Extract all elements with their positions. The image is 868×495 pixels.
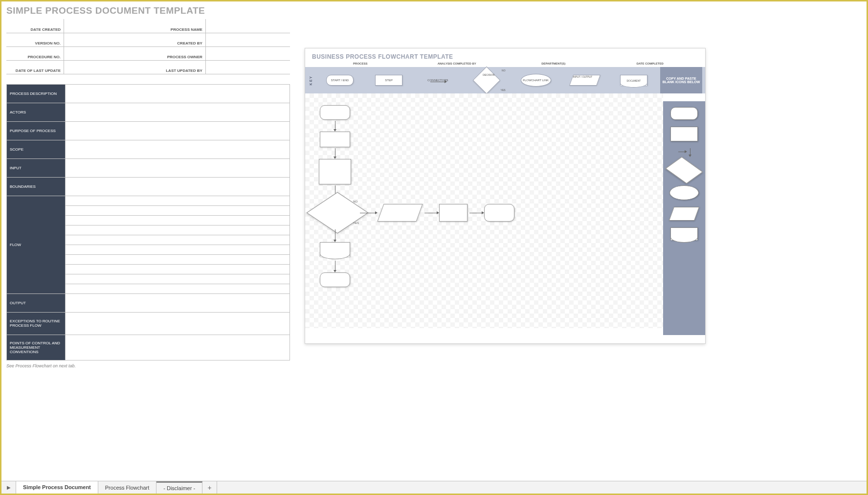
field-process-description[interactable]: [66, 84, 290, 103]
tab-simple-process-document[interactable]: Simple Process Document: [16, 481, 98, 494]
legend-decision: NO DECISION YES: [464, 70, 509, 90]
shape-palette: [663, 101, 705, 335]
palette-connectors-icon[interactable]: [678, 148, 690, 155]
field-flow-1[interactable]: [66, 196, 290, 205]
sections-table: PROCESS DESCRIPTION ACTORS PURPOSE OF PR…: [6, 84, 290, 360]
tab-nav-icon[interactable]: ▶: [1, 481, 16, 494]
label-flow: FLOW: [7, 196, 66, 293]
legend-bar: KEY START / END STEP CONNECTORS NO DECIS…: [305, 67, 705, 93]
palette-rect-icon[interactable]: [670, 127, 698, 141]
label-date-created: DATE CREATED: [6, 19, 64, 33]
legend-step: STEP: [366, 75, 411, 86]
canvas-step-4[interactable]: [484, 204, 514, 222]
canvas-start-shape[interactable]: [320, 105, 350, 120]
field-date-created[interactable]: [64, 19, 149, 33]
field-flow-2[interactable]: [66, 205, 290, 215]
legend-input-output: INPUT / OUTPUT: [562, 75, 607, 86]
canvas-arrow-h3: [469, 213, 482, 213]
field-flow-10[interactable]: [66, 284, 290, 293]
field-flow-4[interactable]: [66, 225, 290, 235]
field-input[interactable]: [66, 158, 290, 177]
field-boundaries[interactable]: [66, 177, 290, 196]
field-points[interactable]: [66, 335, 290, 360]
field-last-updated-by[interactable]: [205, 60, 290, 74]
header-departments: DEPARTMENT(S): [505, 62, 602, 65]
document-title: SIMPLE PROCESS DOCUMENT TEMPLATE: [6, 5, 290, 16]
decision-yes-label: YES: [501, 89, 506, 91]
palette-diamond-icon[interactable]: [665, 157, 703, 183]
label-last-updated-by: LAST UPDATED BY: [148, 60, 205, 74]
label-exceptions: EXCEPTIONS TO ROUTINE PROCESS FLOW: [7, 312, 66, 335]
step-icon: STEP: [375, 75, 402, 86]
field-flow-3[interactable]: [66, 215, 290, 225]
legend-connectors: CONNECTORS: [415, 79, 460, 82]
canvas-arrow-4: [335, 229, 335, 240]
label-purpose: PURPOSE OF PROCESS: [7, 121, 66, 140]
legend-flowchart-link: FLOWCHART LINK: [513, 74, 558, 87]
header-process: PROCESS: [312, 62, 409, 65]
field-date-last-update[interactable]: [64, 60, 149, 74]
canvas-step-2[interactable]: [319, 159, 351, 184]
metadata-table: DATE CREATED PROCESS NAME VERSION NO. CR…: [6, 19, 290, 74]
field-procedure-no[interactable]: [64, 46, 149, 60]
field-process-name[interactable]: [205, 19, 290, 33]
field-version-no[interactable]: [64, 33, 149, 46]
field-purpose[interactable]: [66, 121, 290, 140]
flowchart-headers: PROCESS ANALYSIS COMPLETED BY DEPARTMENT…: [305, 62, 705, 67]
document-icon: DOCUMENT: [620, 75, 647, 86]
legend-key-label: KEY: [308, 75, 313, 85]
decision-no-label: NO: [502, 69, 506, 72]
decision-icon: DECISION: [473, 67, 501, 94]
canvas-step-1[interactable]: [320, 132, 350, 147]
field-flow-6[interactable]: [66, 245, 290, 254]
start-end-icon: START / END: [326, 75, 354, 86]
canvas-document[interactable]: [320, 242, 350, 257]
palette-ellipse-icon[interactable]: [669, 185, 699, 200]
header-date-completed: DATE COMPLETED: [602, 62, 699, 65]
palette-document-icon[interactable]: [670, 227, 698, 240]
label-process-name: PROCESS NAME: [148, 19, 205, 33]
flowchart-card: BUSINESS PROCESS FLOWCHART TEMPLATE PROC…: [305, 48, 706, 344]
tab-disclaimer[interactable]: - Disclaimer -: [156, 481, 202, 494]
field-flow-9[interactable]: [66, 274, 290, 284]
canvas-no-label: NO: [353, 200, 357, 203]
label-actors: ACTORS: [7, 103, 66, 121]
flowchart-title: BUSINESS PROCESS FLOWCHART TEMPLATE: [305, 48, 705, 62]
sheet-tab-bar: ▶ Simple Process Document Process Flowch…: [1, 481, 867, 494]
field-flow-8[interactable]: [66, 264, 290, 274]
field-output[interactable]: [66, 293, 290, 312]
label-process-description: PROCESS DESCRIPTION: [7, 84, 66, 103]
label-process-owner: PROCESS OWNER: [148, 46, 205, 60]
field-process-owner[interactable]: [205, 46, 290, 60]
label-points: POINTS OF CONTROL AND MEASUREMENT CONVEN…: [7, 335, 66, 360]
field-flow-5[interactable]: [66, 235, 290, 245]
tab-process-flowchart[interactable]: Process Flowchart: [98, 481, 156, 494]
add-sheet-button[interactable]: +: [202, 481, 217, 494]
label-version-no: VERSION NO.: [6, 33, 64, 46]
canvas-decision[interactable]: [306, 192, 368, 234]
palette-parallelogram-icon[interactable]: [669, 207, 699, 221]
connector-arrow-icon: [430, 82, 445, 82]
legend-document: DOCUMENT: [611, 75, 656, 86]
field-actors[interactable]: [66, 103, 290, 121]
field-flow-7[interactable]: [66, 254, 290, 264]
legend-start-end: START / END: [317, 75, 362, 86]
field-exceptions[interactable]: [66, 312, 290, 335]
copy-paste-panel-header: COPY AND PASTE BLANK ICONS BELOW: [660, 67, 702, 93]
canvas-end-shape[interactable]: [320, 272, 350, 287]
canvas-arrow-h2: [424, 213, 437, 213]
header-analysis: ANALYSIS COMPLETED BY: [409, 62, 506, 65]
footnote-text: See Process Flowchart on next tab.: [6, 363, 290, 368]
canvas-step-3[interactable]: [439, 204, 467, 222]
input-output-icon: INPUT / OUTPUT: [569, 75, 601, 86]
label-procedure-no: PROCEDURE NO.: [6, 46, 64, 60]
field-created-by[interactable]: [205, 33, 290, 46]
canvas-io-shape[interactable]: [377, 204, 423, 222]
canvas-yes-label: YES: [353, 222, 359, 225]
palette-rounded-icon[interactable]: [670, 107, 698, 120]
field-scope[interactable]: [66, 140, 290, 158]
label-scope: SCOPE: [7, 140, 66, 158]
process-document-pane: SIMPLE PROCESS DOCUMENT TEMPLATE DATE CR…: [1, 1, 295, 476]
flowchart-canvas[interactable]: NO YES: [305, 93, 663, 328]
label-created-by: CREATED BY: [148, 33, 205, 46]
